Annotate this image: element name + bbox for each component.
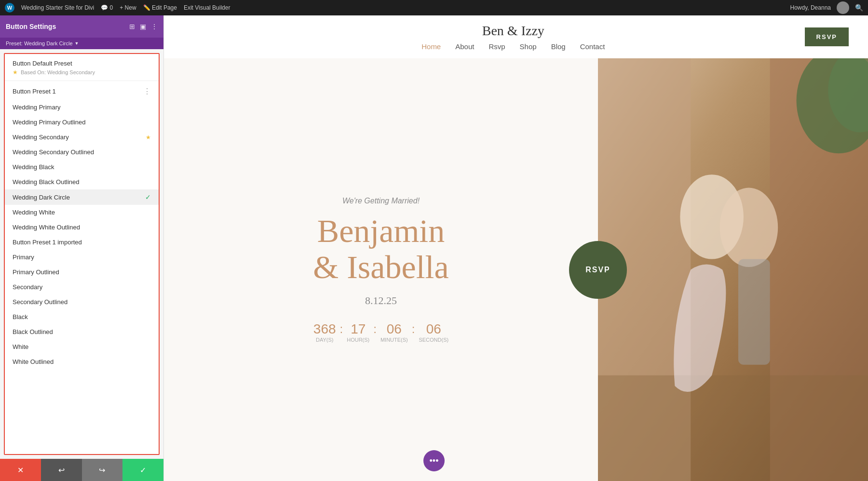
star-icon: ★ (13, 69, 18, 76)
countdown-minutes: 06 Minute(s) (380, 321, 408, 343)
couple-name: Benjamin & Isabella (313, 213, 448, 285)
floating-dots-button[interactable]: ••• (423, 450, 445, 471)
preset-item-primary-outlined[interactable]: Primary Outlined (5, 265, 159, 280)
comment-count[interactable]: 💬 0 (101, 4, 113, 11)
wedding-site: Ben & Izzy Home About Rsvp Shop Blog Con… (164, 15, 868, 481)
panel-header-icons: ⊞ ▣ ⋮ (129, 23, 158, 30)
howdy-text: Howdy, Deanna (790, 4, 831, 11)
preset-list: Button Preset 1 ⋮ Wedding Primary Weddin… (5, 81, 159, 371)
preset-item-secondary-outlined[interactable]: Secondary Outlined (5, 294, 159, 309)
check-icon: ✓ (145, 193, 151, 201)
countdown-hours: 17 Hour(s) (347, 321, 369, 343)
panel-title: Button Settings (6, 23, 56, 30)
button-settings-panel: Button Settings ⊞ ▣ ⋮ Preset: Wedding Da… (0, 15, 164, 481)
preset-item-wedding-secondary-outlined[interactable]: Wedding Secondary Outlined (5, 145, 159, 160)
countdown-sep-1: : (340, 322, 343, 336)
preset-list-container: Button Default Preset ★ Based On: Weddin… (4, 53, 160, 455)
admin-bar: W Wedding Starter Site for Divi 💬 0 + Ne… (0, 0, 868, 15)
site-name[interactable]: Wedding Starter Site for Divi (21, 4, 94, 11)
couple-photo (598, 58, 868, 481)
wedding-date: 8.12.25 (365, 294, 397, 307)
user-avatar[interactable] (837, 1, 849, 14)
new-button[interactable]: + New (120, 4, 136, 11)
site-header: Ben & Izzy Home About Rsvp Shop Blog Con… (164, 15, 868, 58)
preset-item-wedding-black[interactable]: Wedding Black (5, 160, 159, 174)
bottom-bar: ✕ ↩ ↪ ✓ (0, 459, 163, 481)
svg-point-5 (720, 188, 778, 267)
hero-left: We're Getting Married! Benjamin & Isabel… (164, 58, 598, 481)
rsvp-circle-button[interactable]: RSVP (569, 241, 627, 299)
based-on-text: Based On: Wedding Secondary (21, 69, 95, 75)
responsive-icon[interactable]: ⊞ (129, 23, 135, 30)
preset-bar[interactable]: Preset: Wedding Dark Circle ▼ (0, 38, 163, 49)
undo-button[interactable]: ↩ (41, 459, 82, 481)
panel-header: Button Settings ⊞ ▣ ⋮ (0, 15, 163, 38)
page-preview: Ben & Izzy Home About Rsvp Shop Blog Con… (164, 15, 868, 481)
nav-shop[interactable]: Shop (520, 42, 537, 51)
admin-bar-left: W Wedding Starter Site for Divi 💬 0 + Ne… (5, 3, 783, 13)
starred-icon: ★ (146, 134, 151, 141)
svg-rect-3 (598, 375, 868, 481)
preset-item-wedding-white-outlined[interactable]: Wedding White Outlined (5, 220, 159, 235)
site-nav: Home About Rsvp Shop Blog Contact (222, 42, 805, 51)
save-button[interactable]: ✓ (122, 459, 163, 481)
preset-item-wedding-black-outlined[interactable]: Wedding Black Outlined (5, 174, 159, 189)
preset-label: Preset: Wedding Dark Circle (6, 40, 73, 46)
default-preset-section: Button Default Preset ★ Based On: Weddin… (5, 54, 159, 81)
preset-dots-icon[interactable]: ⋮ (143, 87, 151, 96)
close-button[interactable]: ✕ (0, 459, 41, 481)
nav-home[interactable]: Home (421, 42, 441, 51)
search-icon[interactable]: 🔍 (855, 4, 863, 12)
more-icon[interactable]: ⋮ (151, 23, 158, 30)
preset-item-wedding-primary[interactable]: Wedding Primary (5, 100, 159, 115)
preset-item-white[interactable]: White (5, 339, 159, 354)
preset-caret-icon: ▼ (75, 41, 79, 46)
countdown-sep-2: : (373, 322, 377, 336)
redo-button[interactable]: ↪ (82, 459, 123, 481)
hero-section: We're Getting Married! Benjamin & Isabel… (164, 58, 868, 481)
default-preset-label: Button Default Preset (13, 60, 151, 67)
preset-item-secondary[interactable]: Secondary (5, 280, 159, 294)
countdown-days: 368 Day(s) (313, 321, 336, 343)
countdown: 368 Day(s) : 17 Hour(s) : 06 Minute(s) (313, 321, 448, 343)
countdown-seconds: 06 Second(s) (419, 321, 448, 343)
exit-visual-builder[interactable]: Exit Visual Builder (184, 4, 231, 11)
based-on-row: ★ Based On: Wedding Secondary (13, 69, 151, 76)
preset-item-wedding-white[interactable]: Wedding White (5, 205, 159, 220)
preset-item-wedding-secondary[interactable]: Wedding Secondary ★ (5, 130, 159, 145)
nav-about[interactable]: About (455, 42, 474, 51)
preset-item-primary[interactable]: Primary (5, 250, 159, 265)
getting-married-text: We're Getting Married! (342, 197, 420, 205)
admin-bar-right: Howdy, Deanna 🔍 (790, 1, 864, 14)
preset-item-button-preset-1-imported[interactable]: Button Preset 1 imported (5, 235, 159, 250)
preset-item-wedding-dark-circle[interactable]: Wedding Dark Circle ✓ (5, 189, 159, 205)
nav-rsvp[interactable]: Rsvp (488, 42, 505, 51)
wordpress-logo[interactable]: W (5, 3, 14, 13)
preset-item-black[interactable]: Black (5, 309, 159, 324)
nav-contact[interactable]: Contact (580, 42, 605, 51)
preset-item-white-outlined[interactable]: White Outlined (5, 354, 159, 369)
preset-item-black-outlined[interactable]: Black Outlined (5, 324, 159, 339)
nav-blog[interactable]: Blog (551, 42, 566, 51)
layout-icon[interactable]: ▣ (140, 23, 146, 30)
countdown-sep-3: : (412, 322, 415, 336)
rsvp-header-button[interactable]: RSVP (805, 27, 849, 46)
svg-rect-6 (738, 259, 770, 365)
main-content: Button Settings ⊞ ▣ ⋮ Preset: Wedding Da… (0, 15, 868, 481)
hero-image (598, 58, 868, 481)
edit-page-button[interactable]: ✏️ Edit Page (143, 4, 177, 11)
preset-item-button-preset-1[interactable]: Button Preset 1 ⋮ (5, 83, 159, 100)
site-logo: Ben & Izzy (222, 23, 805, 39)
preset-item-wedding-primary-outlined[interactable]: Wedding Primary Outlined (5, 115, 159, 130)
